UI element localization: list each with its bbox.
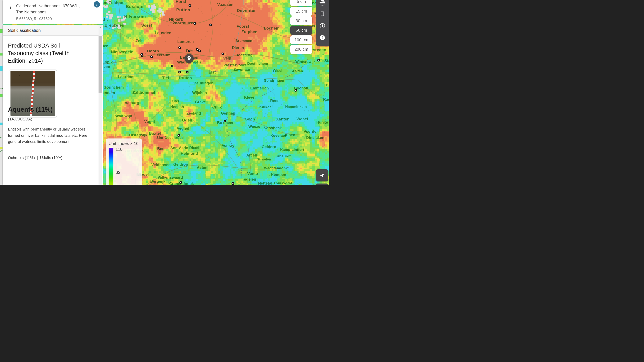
map-label: Zutphen [242,29,258,34]
map-label: Helmond [181,151,198,156]
related-class-2[interactable]: Udalfs (10%) [40,155,62,160]
location-coordinates: 5.666389, 51.987529 [16,17,52,21]
legend-tick-110: 110 [116,147,122,152]
map-label: Vreden [313,47,326,52]
map-label: Soest [141,23,152,28]
info-icon[interactable]: i [94,1,100,7]
observation-point[interactable] [222,52,224,55]
mobile-device-icon[interactable] [320,11,325,17]
map-label: Oisterwijk [129,133,147,137]
map-label: Deventer [237,8,256,13]
scrollbar-up-arrow[interactable]: ▲ [98,25,102,29]
map-label: Hilversum [124,14,146,19]
map-label: Wijchen [192,91,207,95]
depth-option-30cm[interactable]: 30 cm [290,16,312,25]
observation-point[interactable] [171,65,174,67]
basemap-globe-icon[interactable] [319,0,326,7]
map-label: Gorinchem [104,85,124,90]
observation-point[interactable] [188,50,190,52]
map-label: ne [312,1,316,5]
map-label: Horst [176,0,186,4]
map-label: Aarle-Rixtel [179,146,199,150]
map-label: Kleve [244,95,254,100]
observation-point[interactable] [141,55,144,57]
map-label: Hünxe [316,120,328,125]
map-label: Raesfel [323,97,329,102]
map-label: endam [102,91,115,95]
observation-point[interactable] [189,4,192,7]
map-label: Leersum [154,53,170,57]
observation-point[interactable] [224,120,226,123]
observation-point[interactable] [178,134,180,137]
map-legend: Unit: index × 10 110 63 [106,138,142,185]
map-label: Asten [197,165,207,170]
map-label: Beuningen [194,81,214,85]
locate-me-button[interactable] [316,169,328,181]
map-label: Tiel [162,76,169,80]
map-label: Oss [172,99,180,103]
observation-point[interactable] [186,71,189,73]
map-label: Boxtel [149,131,161,136]
depth-option-60cm[interactable]: 60 cm [290,26,312,35]
map-label: Voorthuizen [172,21,196,25]
map-label: Bussum [126,4,144,9]
observation-point[interactable] [178,46,181,49]
observation-point[interactable] [210,24,212,26]
panel-scrollbar-thumb[interactable] [98,36,102,93]
map-label: Venray [222,143,234,148]
back-button[interactable]: ‹ [7,4,14,11]
related-classes: Ochrepts (11%)|Udalfs (10%) [8,155,62,160]
observation-point[interactable] [180,181,182,184]
observation-point[interactable] [194,22,196,25]
map-label: Wachtendonk [264,166,288,170]
observation-point[interactable] [232,182,234,185]
map-label: Brummen [236,39,252,43]
map-label: Geldern [262,145,276,149]
map-label: Tönisvorst [274,181,292,185]
soil-class-code: (TAXOUSDA) [8,117,32,121]
map-label: Voorst [237,24,249,29]
map-label: Uden [182,118,192,123]
map-label: Winterswijk [296,60,316,64]
svg-text:?: ? [321,36,324,39]
map-label: Emmerich [250,86,269,90]
map-label: Gennep [221,111,235,116]
map-label: Breukelen [104,23,124,28]
section-title: Soil classification [8,28,41,33]
location-marker[interactable] [184,54,194,63]
depth-option-15cm[interactable]: 15 cm [290,7,312,16]
map-label: Druten [179,76,192,80]
map-label: Y [0,136,2,139]
map-label: er [312,24,315,28]
map-label: Alpen [284,133,295,137]
depth-option-100cm[interactable]: 100 cm [290,35,312,44]
soil-panel-card: Soil classification Predicted USDA Soil … [3,25,103,185]
map-label: ge [0,149,3,152]
next-button-edge [316,184,328,185]
soil-class-name: Aquents (11%) [8,106,53,113]
map-label: Doetinchem [247,62,268,66]
observation-point[interactable] [178,71,181,73]
observation-point[interactable] [294,89,297,92]
download-icon[interactable] [320,23,325,29]
map-label: Leerdam [118,75,135,79]
map-label: Best [157,147,166,151]
map-label: Wisch [273,69,284,73]
map-label: Heesch [170,105,184,109]
map-label: Waalwijk [115,114,132,118]
map-label: Nieuwegein [111,50,134,54]
observation-point[interactable] [150,55,153,58]
observation-point[interactable] [198,50,201,52]
help-icon[interactable]: ? [320,35,325,41]
map-label: Elst [208,70,216,75]
map-label: Kamp-Lintfort [280,148,304,152]
map-label: Sta [324,58,329,63]
location-title: Gelderland, Netherlands, 6708WH, The Net… [16,3,90,15]
map-label: Nettetal [258,181,272,185]
depth-option-5cm[interactable]: 5 cm [290,0,312,6]
map-label: Borke [326,83,329,87]
related-class-1[interactable]: Ochrepts (11%) [8,155,35,160]
map-label: Sonsbeck [264,126,282,130]
depth-option-200cm[interactable]: 200 cm [290,45,312,54]
observation-point[interactable] [318,59,320,62]
